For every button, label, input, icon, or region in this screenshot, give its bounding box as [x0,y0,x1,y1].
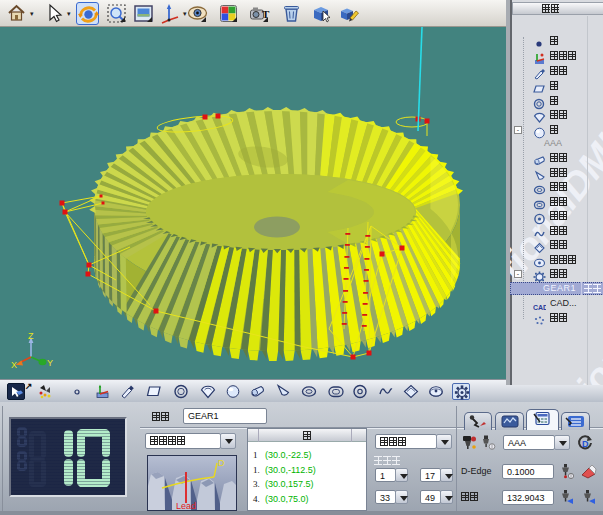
svg-text:X: X [11,360,17,370]
svg-text:Z: Z [28,331,34,341]
svg-text:Lead: Lead [176,501,196,510]
svg-text:CAD: CAD [533,304,546,311]
svg-text:Y: Y [47,358,53,368]
svg-text:D: D [218,458,225,468]
svg-text:D: D [582,439,589,449]
